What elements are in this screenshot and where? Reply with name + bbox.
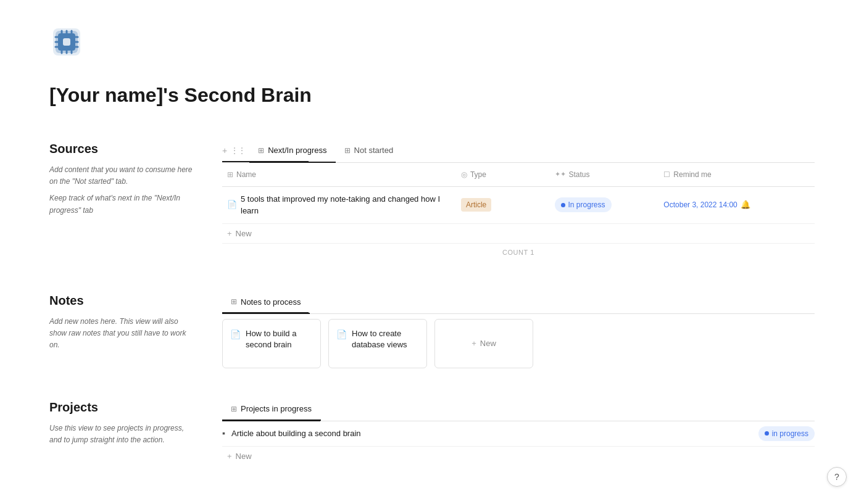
- sources-add-icon[interactable]: +: [222, 144, 227, 157]
- note-card-1-title: How to build a second brain: [246, 328, 313, 350]
- page-container: [Your name]'s Second Brain Sources Add c…: [0, 0, 864, 504]
- project-row-1[interactable]: ▪ Article about building a second brain …: [222, 421, 815, 447]
- logo-area: [49, 25, 815, 63]
- projects-add-new-label: New: [236, 450, 252, 463]
- app-logo: [49, 25, 84, 59]
- table-icon-projects-tab: ⊞: [231, 403, 237, 415]
- note-card-2-title: How to create database views: [352, 328, 419, 350]
- note-card-2[interactable]: 📄 How to create database views: [328, 319, 427, 368]
- count-bar: COUNT 1: [222, 243, 815, 262]
- projects-title: Projects: [49, 398, 197, 416]
- project-row-1-name: Article about building a second brain: [231, 428, 752, 440]
- row-type-cell: Article: [456, 194, 550, 215]
- question-mark-icon: ?: [834, 471, 839, 484]
- remind-date: October 3, 2022 14:00: [663, 199, 737, 210]
- sources-section: Sources Add content that you want to con…: [49, 139, 815, 262]
- note-card-2-icon: 📄: [336, 329, 347, 341]
- note-card-1-icon: 📄: [230, 329, 241, 341]
- tab-next-in-progress-label: Next/In progress: [268, 144, 326, 157]
- count-label: COUNT: [502, 249, 528, 256]
- table-icon-notes-tab: ⊞: [231, 296, 237, 307]
- add-icon: +: [227, 228, 232, 240]
- type-header-icon: ◎: [461, 169, 467, 180]
- tab-not-started[interactable]: ⊞ Not started: [336, 139, 402, 163]
- add-new-label: New: [236, 228, 252, 240]
- sources-table: ⊞ Name ◎ Type ✦✦ Status ☐ Remind me: [222, 163, 815, 262]
- tab-not-started-label: Not started: [354, 144, 394, 157]
- project-row-1-icon: ▪: [222, 427, 225, 440]
- table-icon-tab1: ⊞: [258, 145, 264, 156]
- count-value: 1: [530, 249, 534, 256]
- row-doc-icon: 📄: [227, 199, 237, 211]
- projects-desc: Use this view to see projects in progres…: [49, 423, 197, 446]
- status-badge: In progress: [555, 197, 612, 212]
- sources-left: Sources Add content that you want to con…: [49, 139, 197, 262]
- projects-left: Projects Use this view to see projects i…: [49, 398, 197, 466]
- header-status: ✦✦ Status: [550, 167, 659, 183]
- projects-add-new[interactable]: + New: [222, 447, 815, 466]
- sources-grip-icon: ⋮⋮: [231, 145, 246, 156]
- sources-title: Sources: [49, 139, 197, 158]
- status-dot: [561, 203, 565, 207]
- table-row[interactable]: 📄 5 tools that improved my note-taking a…: [222, 187, 815, 224]
- tab-next-in-progress[interactable]: ⊞ Next/In progress: [249, 139, 335, 163]
- notes-right: ⊞ Notes to process 📄 How to build a seco…: [222, 291, 815, 369]
- alarm-icon: 🔔: [741, 199, 750, 211]
- status-label: In progress: [568, 199, 605, 210]
- projects-right: ⊞ Projects in progress ▪ Article about b…: [222, 398, 815, 466]
- help-button[interactable]: ?: [827, 467, 847, 487]
- projects-list: ▪ Article about building a second brain …: [222, 421, 815, 466]
- sources-desc-1: Add content that you want to consume her…: [49, 164, 197, 188]
- tab-notes-to-process[interactable]: ⊞ Notes to process: [222, 291, 310, 315]
- notes-desc: Add new notes here. This view will also …: [49, 316, 197, 352]
- article-badge: Article: [461, 198, 491, 212]
- sources-desc-2: Keep track of what's next in the "Next/I…: [49, 192, 197, 216]
- project-status-label: in progress: [772, 428, 808, 439]
- note-card-1[interactable]: 📄 How to build a second brain: [222, 319, 321, 368]
- tab-projects-in-progress[interactable]: ⊞ Projects in progress: [222, 398, 320, 421]
- header-remind: ☐ Remind me: [658, 167, 815, 183]
- row-name: 5 tools that improved my note-taking and…: [241, 193, 451, 217]
- table-header: ⊞ Name ◎ Type ✦✦ Status ☐ Remind me: [222, 163, 815, 187]
- notes-cards-grid: 📄 How to build a second brain 📄 How to c…: [222, 319, 815, 368]
- notes-tab-label: Notes to process: [241, 296, 301, 308]
- project-row-1-status: in progress: [758, 426, 815, 441]
- notes-left: Notes Add new notes here. This view will…: [49, 291, 197, 369]
- notes-new-card[interactable]: + New: [434, 319, 533, 368]
- notes-new-card-icon: +: [471, 337, 476, 350]
- page-title: [Your name]'s Second Brain: [49, 80, 815, 110]
- header-name: ⊞ Name: [222, 167, 456, 183]
- sources-right: + ⋮⋮ ⊞ Next/In progress ⊞ Not started: [222, 139, 815, 262]
- notes-title: Notes: [49, 291, 197, 310]
- sources-add-new[interactable]: + New: [222, 224, 815, 244]
- status-header-icon: ✦✦: [555, 169, 566, 180]
- header-type: ◎ Type: [456, 167, 550, 183]
- notes-new-card-label: New: [480, 337, 496, 350]
- projects-tab-label: Projects in progress: [241, 403, 312, 415]
- row-remind-cell: October 3, 2022 14:00 🔔: [658, 195, 815, 215]
- row-status-cell: In progress: [550, 194, 659, 216]
- remind-header-icon: ☐: [663, 169, 670, 180]
- name-header-icon: ⊞: [227, 169, 233, 180]
- projects-section: Projects Use this view to see projects i…: [49, 398, 815, 466]
- table-icon-tab2: ⊞: [344, 145, 351, 156]
- projects-add-icon: +: [227, 450, 232, 463]
- row-name-cell: 📄 5 tools that improved my note-taking a…: [222, 189, 456, 221]
- project-status-dot: [765, 431, 769, 436]
- notes-section: Notes Add new notes here. This view will…: [49, 291, 815, 369]
- svg-rect-15: [63, 38, 70, 46]
